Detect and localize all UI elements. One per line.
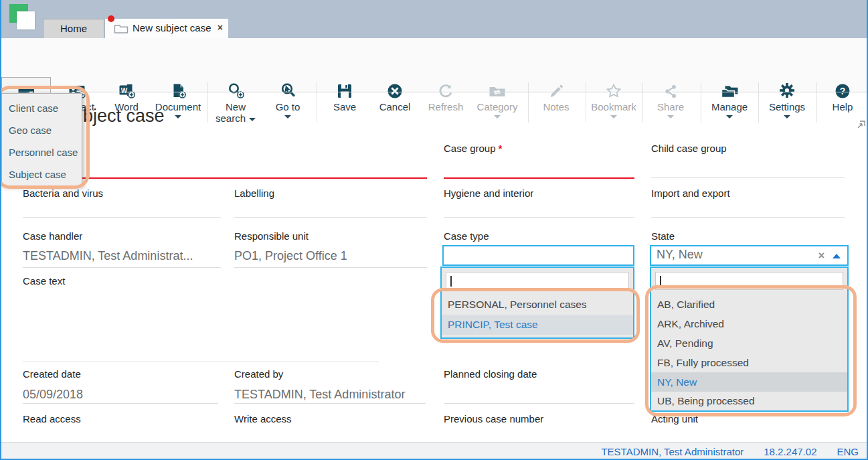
share-button-label: Share bbox=[657, 101, 684, 112]
responsible-unit-underline bbox=[234, 267, 427, 268]
labelling-field-underline[interactable] bbox=[234, 217, 427, 218]
created-by-underline bbox=[234, 403, 426, 404]
settings-button-label: Settings bbox=[769, 101, 805, 112]
new-search-button[interactable]: New search bbox=[209, 78, 262, 129]
required-asterisk: * bbox=[499, 143, 503, 154]
case-type-search-input[interactable] bbox=[446, 272, 629, 290]
save-button[interactable]: Save bbox=[320, 78, 369, 129]
ribbon-separator bbox=[816, 82, 817, 123]
svg-text:W: W bbox=[120, 87, 127, 94]
responsible-unit-value[interactable]: PO1, Project Office 1 bbox=[234, 249, 347, 263]
save-icon bbox=[337, 83, 353, 99]
case-type-label: Case type bbox=[444, 230, 489, 242]
notes-pencil-icon bbox=[548, 83, 564, 99]
bookmark-button-label: Bookmark bbox=[591, 101, 636, 112]
unsaved-indicator-dot bbox=[108, 15, 114, 22]
ribbon-separator bbox=[758, 82, 759, 123]
import-and-export-label: Import and export bbox=[651, 187, 730, 199]
state-input[interactable]: NY, New × bbox=[650, 245, 849, 266]
case-type-input[interactable] bbox=[442, 245, 634, 266]
ribbon-toolbar: Case Contact W Word bbox=[0, 38, 868, 92]
case-handler-underline bbox=[23, 267, 221, 268]
chevron-down-icon bbox=[249, 118, 256, 121]
refresh-button[interactable]: Refresh bbox=[420, 78, 471, 129]
chevron-down-icon bbox=[175, 115, 181, 119]
settings-button[interactable]: Settings bbox=[760, 78, 814, 129]
go-to-button[interactable]: Go to bbox=[264, 78, 312, 129]
clear-field-icon[interactable]: × bbox=[818, 250, 824, 262]
planned-closing-date-label: Planned closing date bbox=[444, 368, 537, 380]
created-date-value[interactable]: 05/09/2018 bbox=[23, 388, 83, 402]
notes-button[interactable]: Notes bbox=[531, 78, 582, 129]
hygiene-and-interior-label: Hygiene and interior bbox=[444, 187, 533, 199]
go-to-button-label: Go to bbox=[276, 101, 300, 112]
folder-icon bbox=[114, 23, 128, 34]
chevron-up-icon[interactable] bbox=[833, 254, 841, 258]
ribbon-separator bbox=[528, 82, 529, 123]
case-handler-value[interactable]: TESTADMIN, Test Administrat... bbox=[23, 249, 193, 263]
case-group-label: Case group* bbox=[444, 143, 502, 154]
case-handler-label: Case handler bbox=[23, 230, 82, 242]
title-bar: Home New subject case × bbox=[0, 0, 868, 38]
created-date-label: Created date bbox=[23, 368, 81, 380]
planned-closing-date-underline[interactable] bbox=[444, 403, 634, 404]
notes-button-label: Notes bbox=[543, 101, 569, 112]
status-user: TESTADMIN, Test Administrator bbox=[601, 446, 744, 457]
hygiene-field-underline[interactable] bbox=[444, 217, 634, 218]
cancel-button[interactable]: Cancel bbox=[369, 78, 420, 129]
state-label: State bbox=[651, 230, 675, 242]
case-group-field-underline[interactable] bbox=[444, 177, 634, 179]
category-icon bbox=[489, 83, 506, 99]
manage-button-label: Manage bbox=[711, 101, 748, 112]
tab-new-subject-case[interactable]: New subject case × bbox=[105, 19, 228, 38]
case-text-underline[interactable] bbox=[23, 362, 379, 362]
child-case-group-field-underline[interactable] bbox=[651, 177, 845, 178]
application-window: Home New subject case × Case bbox=[0, 0, 868, 460]
category-button[interactable]: Category bbox=[471, 78, 523, 129]
go-to-icon bbox=[280, 82, 296, 99]
save-button-label: Save bbox=[333, 101, 356, 112]
bookmark-star-icon bbox=[605, 82, 622, 99]
svg-text:?: ? bbox=[840, 86, 846, 96]
close-tab-icon[interactable]: × bbox=[218, 22, 223, 33]
bacteria-field-underline[interactable] bbox=[23, 217, 221, 218]
ribbon-separator bbox=[642, 82, 643, 123]
previous-case-number-label: Previous case number bbox=[444, 413, 543, 425]
category-button-label: Category bbox=[477, 101, 518, 112]
settings-gear-icon bbox=[778, 82, 796, 99]
chevron-down-icon bbox=[784, 115, 790, 119]
manage-button[interactable]: Manage bbox=[703, 78, 756, 129]
created-by-value[interactable]: TESTADMIN, Test Administrator bbox=[234, 388, 405, 402]
status-language[interactable]: ENG bbox=[837, 446, 859, 457]
ribbon-separator bbox=[701, 82, 701, 123]
annotation-highlight-case-menu bbox=[0, 86, 90, 189]
window-border-left bbox=[0, 0, 1, 460]
labelling-label: Labelling bbox=[234, 187, 274, 199]
state-value: NY, New bbox=[657, 248, 703, 262]
share-icon bbox=[663, 83, 679, 99]
chevron-down-icon bbox=[494, 115, 501, 119]
document-new-icon bbox=[170, 82, 187, 99]
child-case-group-label: Child case group bbox=[651, 143, 727, 154]
ribbon-separator bbox=[317, 82, 317, 123]
tab-label: New subject case bbox=[133, 22, 211, 33]
search-new-icon bbox=[227, 82, 245, 99]
ribbon-separator bbox=[207, 82, 208, 123]
status-version: 18.2.247.02 bbox=[764, 446, 816, 457]
chevron-down-icon bbox=[726, 115, 733, 119]
write-access-label: Write access bbox=[234, 413, 292, 425]
read-access-label: Read access bbox=[23, 413, 81, 425]
created-date-underline bbox=[23, 403, 218, 404]
bookmark-button[interactable]: Bookmark bbox=[588, 78, 639, 129]
share-button[interactable]: Share bbox=[644, 78, 697, 129]
new-search-button-label: New search bbox=[215, 101, 246, 124]
ribbon-collapse-icon[interactable] bbox=[857, 121, 865, 129]
tab-home[interactable]: Home bbox=[43, 19, 104, 38]
help-icon: ? bbox=[835, 83, 851, 99]
ribbon-separator bbox=[586, 82, 586, 123]
responsible-unit-label: Responsible unit bbox=[234, 230, 309, 242]
import-export-field-underline[interactable] bbox=[651, 217, 845, 218]
chevron-down-icon bbox=[284, 115, 291, 119]
ribbon-bottom-border bbox=[0, 92, 868, 92]
refresh-icon bbox=[438, 83, 454, 99]
